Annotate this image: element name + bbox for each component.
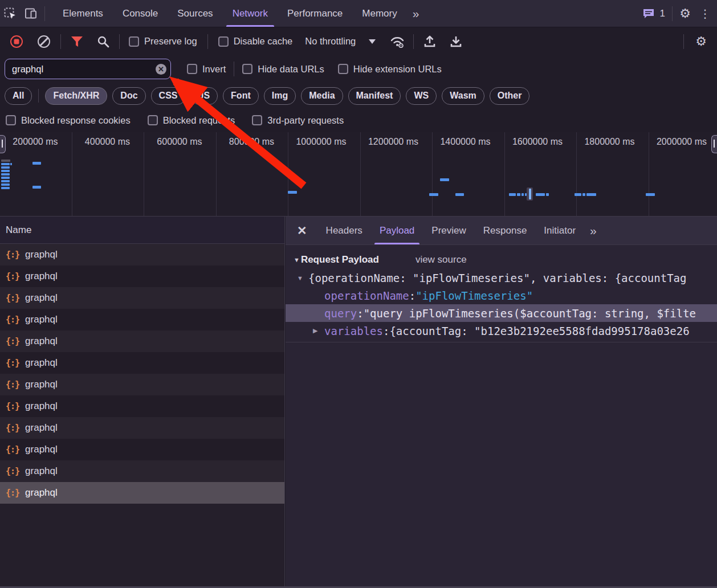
more-detail-tabs-icon[interactable]: » <box>584 224 602 238</box>
preserve-log-checkbox[interactable]: Preserve log <box>129 36 197 47</box>
request-row[interactable]: {:}graphql <box>0 439 284 460</box>
blocked-requests-checkbox[interactable]: Blocked requests <box>148 115 235 126</box>
waterfall-bar <box>586 193 596 196</box>
timeline-tick: 2000000 ms <box>649 132 717 216</box>
overview-right-handle[interactable] <box>711 135 717 153</box>
type-filter-doc[interactable]: Doc <box>112 87 145 105</box>
type-filter-js[interactable]: JS <box>191 87 218 105</box>
network-conditions-icon[interactable] <box>387 31 408 52</box>
type-filter-other[interactable]: Other <box>490 87 530 105</box>
disclosure-open-icon[interactable]: ▼ <box>297 275 308 281</box>
tabbar-right: 1 ⚙ ⋮ <box>641 3 717 24</box>
type-filter-css[interactable]: CSS <box>151 87 186 105</box>
kebab-menu-icon[interactable]: ⋮ <box>698 3 712 24</box>
invert-checkbox[interactable]: Invert <box>187 64 226 75</box>
json-braces-icon: {:} <box>6 315 19 325</box>
type-filter-manifest[interactable]: Manifest <box>348 87 401 105</box>
timeline-tick: 800000 ms <box>217 132 289 216</box>
filter-input[interactable] <box>5 59 171 79</box>
request-row[interactable]: {:}graphql <box>0 352 284 374</box>
disable-cache-checkbox[interactable]: Disable cache <box>218 36 293 47</box>
record-network-log-button[interactable] <box>10 35 23 48</box>
hide-data-urls-label: Hide data URLs <box>258 64 324 75</box>
blocked-response-cookies-checkbox[interactable]: Blocked response cookies <box>6 115 131 126</box>
view-source-link[interactable]: view source <box>415 254 467 266</box>
request-row[interactable]: {:}graphql <box>0 460 284 482</box>
clear-network-log-button[interactable] <box>38 35 50 48</box>
third-party-requests-label: 3rd-party requests <box>267 115 344 126</box>
waterfall-bar <box>1 180 10 182</box>
tab-elements[interactable]: Elements <box>53 0 113 27</box>
third-party-requests-checkbox[interactable]: 3rd-party requests <box>252 115 344 126</box>
detail-tab-response[interactable]: Response <box>475 217 536 244</box>
type-filter-wasm[interactable]: Wasm <box>442 87 484 105</box>
request-row[interactable]: {:}graphql <box>0 374 284 395</box>
checkbox-box <box>218 36 229 47</box>
request-row[interactable]: {:}graphql <box>0 266 284 287</box>
request-row[interactable]: {:}graphql <box>0 330 284 352</box>
waterfall-bar <box>546 193 549 196</box>
search-icon[interactable] <box>93 31 113 52</box>
close-detail-icon[interactable]: ✕ <box>286 224 317 238</box>
tab-console[interactable]: Console <box>113 0 168 27</box>
type-filter-fetch-xhr[interactable]: Fetch/XHR <box>45 87 107 105</box>
type-filter-ws[interactable]: WS <box>406 87 437 105</box>
request-row[interactable]: {:}graphql <box>0 309 284 330</box>
chevron-down-icon <box>369 39 376 44</box>
type-filter-media[interactable]: Media <box>301 87 343 105</box>
more-panels-icon[interactable]: » <box>407 7 425 21</box>
disclosure-closed-icon[interactable]: ▶ <box>313 327 324 334</box>
request-row[interactable]: {:}graphql <box>0 482 284 504</box>
request-name: graphql <box>25 314 58 325</box>
waterfall-bar <box>1 166 10 169</box>
selected-request-marker-line <box>529 189 531 199</box>
waterfall-overview[interactable]: 200000 ms400000 ms600000 ms800000 ms1000… <box>0 132 717 217</box>
detail-tab-headers[interactable]: Headers <box>317 217 371 244</box>
name-column-header[interactable]: Name <box>0 217 284 244</box>
type-filter-font[interactable]: Font <box>223 87 259 105</box>
request-row[interactable]: {:}graphql <box>0 287 284 309</box>
overview-left-handle[interactable] <box>0 135 6 153</box>
issues-message-icon[interactable] <box>641 3 657 24</box>
payload-text-segment: query <box>324 307 357 320</box>
payload-line[interactable]: query: "query ipFlowTimeseries($accountT… <box>286 304 717 322</box>
hide-extension-urls-checkbox[interactable]: Hide extension URLs <box>338 64 442 75</box>
request-row[interactable]: {:}graphql <box>0 395 284 417</box>
filter-row: ✕ Invert Hide data URLs Hide extension U… <box>0 55 717 83</box>
tab-memory[interactable]: Memory <box>352 0 406 27</box>
throttling-select[interactable]: No throttling <box>305 36 376 47</box>
network-settings-gear-icon[interactable]: ⚙ <box>691 31 711 52</box>
selected-request-marker <box>527 187 533 201</box>
issues-count[interactable]: 1 <box>660 8 665 19</box>
export-har-icon[interactable] <box>446 31 466 52</box>
tab-sources[interactable]: Sources <box>168 0 222 27</box>
waterfall-bar <box>32 162 41 165</box>
type-filter-img[interactable]: Img <box>264 87 296 105</box>
tab-network[interactable]: Network <box>223 0 278 27</box>
timeline-tick: 200000 ms <box>0 132 72 216</box>
divider <box>413 34 414 49</box>
hide-data-urls-checkbox[interactable]: Hide data URLs <box>242 64 324 75</box>
request-row[interactable]: {:}graphql <box>0 244 284 266</box>
inspect-element-icon[interactable] <box>0 3 21 24</box>
type-filter-all[interactable]: All <box>5 87 32 105</box>
tab-performance[interactable]: Performance <box>278 0 352 27</box>
payload-line[interactable]: ▼{operationName: "ipFlowTimeseries", var… <box>286 269 717 287</box>
detail-tab-initiator[interactable]: Initiator <box>535 217 584 244</box>
waterfall-bar <box>1 183 10 186</box>
import-har-icon[interactable] <box>419 31 440 52</box>
clear-filter-icon[interactable]: ✕ <box>156 64 166 75</box>
filter-funnel-icon[interactable] <box>67 31 87 52</box>
payload-text-segment: operationName <box>324 289 409 302</box>
request-row[interactable]: {:}graphql <box>0 417 284 439</box>
payload-line[interactable]: ▶variables: {accountTag: "b12e3b2192ee55… <box>286 322 717 340</box>
detail-tabs: HeadersPayloadPreviewResponseInitiator <box>317 217 584 244</box>
waterfall-bar <box>1 173 10 175</box>
detail-tab-preview[interactable]: Preview <box>423 217 474 244</box>
request-payload-section-toggle[interactable]: ▼ Request Payload <box>294 254 379 266</box>
device-toolbar-icon[interactable] <box>21 3 41 24</box>
settings-gear-icon[interactable]: ⚙ <box>675 3 695 24</box>
payload-line[interactable]: operationName: "ipFlowTimeseries" <box>286 287 717 304</box>
detail-tab-payload[interactable]: Payload <box>371 217 423 244</box>
waterfall-bar <box>1 177 10 179</box>
